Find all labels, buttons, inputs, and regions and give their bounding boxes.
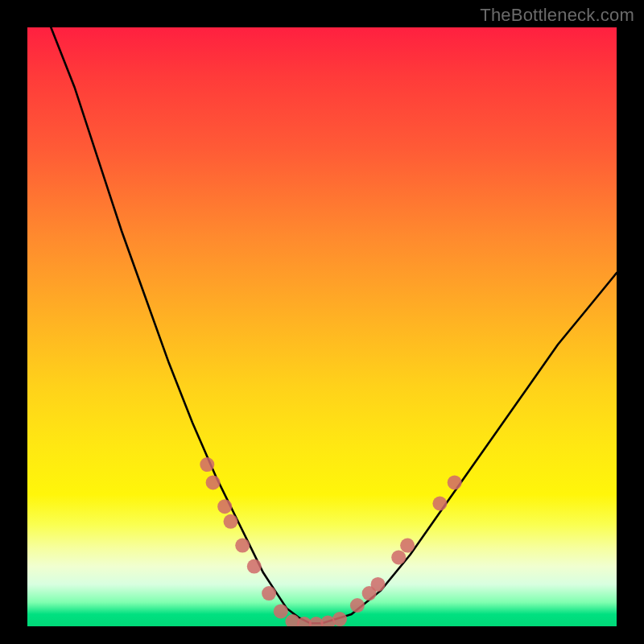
curve-marker [247, 559, 262, 574]
curve-marker [217, 499, 232, 514]
curve-marker [262, 586, 276, 601]
curve-marker [448, 475, 462, 489]
curve-marker [400, 539, 415, 553]
curve-marker [432, 497, 447, 511]
curve-marker [274, 604, 288, 618]
bottleneck-curve [51, 27, 617, 623]
curve-markers [200, 457, 461, 626]
curve-marker [350, 598, 365, 613]
curve-marker [235, 539, 250, 553]
curve-marker [200, 457, 214, 472]
curve-marker [371, 577, 386, 592]
plot-area [27, 27, 617, 626]
watermark-text: TheBottleneck.com [480, 5, 634, 26]
curve-marker [206, 475, 221, 489]
chart-frame: TheBottleneck.com [0, 0, 644, 644]
curve-marker [391, 550, 406, 564]
curve-marker [332, 612, 347, 626]
curve-marker [224, 514, 238, 529]
chart-svg [27, 27, 617, 626]
